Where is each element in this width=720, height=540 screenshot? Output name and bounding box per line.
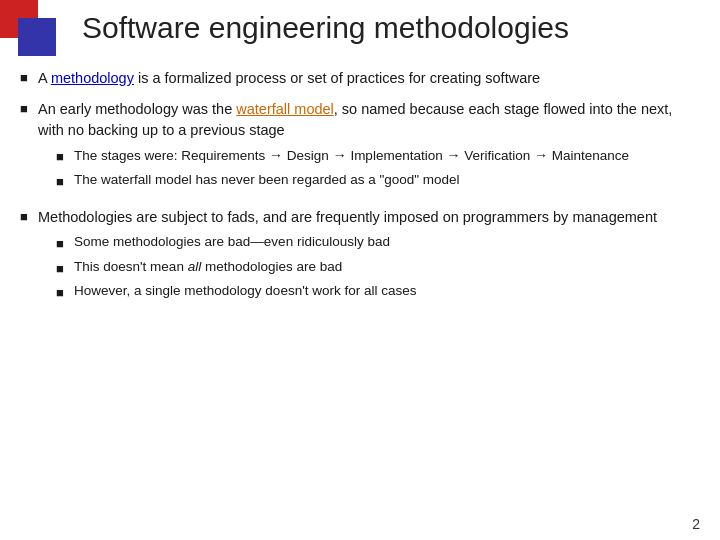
italic-all: all: [188, 259, 202, 274]
bullet-text-2: An early methodology was the waterfall m…: [38, 99, 700, 197]
bullet-dot-2: ■: [20, 101, 38, 116]
methodology-link: methodology: [51, 70, 134, 86]
bullet-dot-1: ■: [20, 70, 38, 85]
sub-bullet-text-3-2: This doesn't mean all methodologies are …: [74, 258, 700, 277]
sub-bullet-text-2-1: The stages were: Requirements → Design →…: [74, 146, 700, 166]
page-number: 2: [692, 516, 700, 532]
bullet-item-3: ■ Methodologies are subject to fads, and…: [20, 207, 700, 309]
sub-bullet-3-2: ■ This doesn't mean all methodologies ar…: [56, 258, 700, 279]
sub-bullet-dot-3-1: ■: [56, 235, 74, 254]
sub-bullet-3-1: ■ Some methodologies are bad—even ridicu…: [56, 233, 700, 254]
bullet-dot-3: ■: [20, 209, 38, 224]
decoration-squares: [0, 0, 80, 60]
sub-bullet-2-1: ■ The stages were: Requirements → Design…: [56, 146, 700, 167]
sub-bullet-3-3: ■ However, a single methodology doesn't …: [56, 282, 700, 303]
sub-bullets-2: ■ The stages were: Requirements → Design…: [56, 146, 700, 192]
blue-square: [18, 18, 56, 56]
sub-bullet-dot-3-2: ■: [56, 260, 74, 279]
sub-bullet-text-3-1: Some methodologies are bad—even ridiculo…: [74, 233, 700, 252]
slide-content: ■ A methodology is a formalized process …: [20, 68, 700, 510]
sub-bullet-text-3-3: However, a single methodology doesn't wo…: [74, 282, 700, 301]
sub-bullets-3: ■ Some methodologies are bad—even ridicu…: [56, 233, 700, 304]
waterfall-link: waterfall model: [236, 101, 334, 117]
bullet-text-3: Methodologies are subject to fads, and a…: [38, 207, 700, 309]
sub-bullet-dot-2-1: ■: [56, 148, 74, 167]
sub-bullet-2-2: ■ The waterfall model has never been reg…: [56, 171, 700, 192]
bullet-item-1: ■ A methodology is a formalized process …: [20, 68, 700, 89]
sub-bullet-dot-3-3: ■: [56, 284, 74, 303]
sub-bullet-text-2-2: The waterfall model has never been regar…: [74, 171, 700, 190]
slide-title: Software engineering methodologies: [82, 10, 700, 46]
bullet-text-1: A methodology is a formalized process or…: [38, 68, 700, 89]
sub-bullet-dot-2-2: ■: [56, 173, 74, 192]
bullet-item-2: ■ An early methodology was the waterfall…: [20, 99, 700, 197]
